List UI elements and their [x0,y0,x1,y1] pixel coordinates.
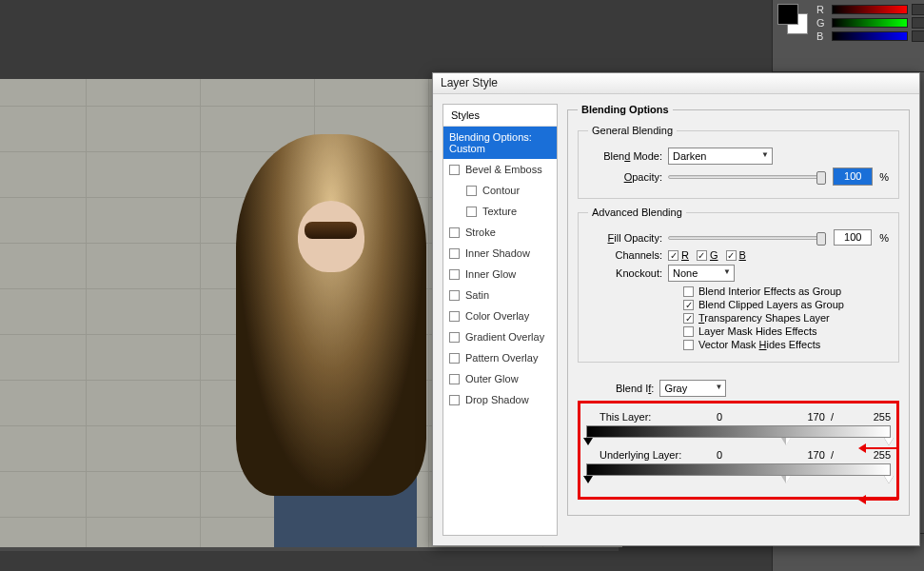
this-layer-low: 0 [691,411,748,423]
style-item-label: Bevel & Emboss [465,164,542,175]
style-checkbox[interactable] [466,207,477,217]
opacity-input[interactable]: 100 [834,168,872,185]
transparency-shapes-checkbox[interactable] [683,313,694,324]
style-checkbox[interactable] [449,374,460,384]
style-item-label: Color Overlay [465,310,529,322]
general-blending-legend: General Blending [588,125,677,136]
styles-list: Styles Blending Options: CustomBevel & E… [442,104,558,536]
advanced-blending-group: Advanced Blending Fill Opacity: 100 % Ch… [578,207,899,363]
this-layer-high: 170 [807,411,824,423]
value-g[interactable] [912,17,924,29]
blend-interior-label: Blend Interior Effects as Group [698,286,841,297]
style-item-label: Drop Shadow [465,394,529,405]
layer-mask-hides-label: Layer Mask Hides Effects [698,325,817,337]
underlying-gradient[interactable] [586,463,891,476]
value-r[interactable] [912,4,924,15]
underlying-white-stop-high[interactable] [884,476,894,483]
dialog-title: Layer Style [433,73,919,94]
style-item-inner-glow[interactable]: Inner Glow [443,264,557,285]
value-b[interactable] [912,30,924,42]
underlying-high: 170 [807,449,824,461]
blend-if-select[interactable]: Gray [659,380,726,397]
style-checkbox[interactable] [449,332,460,343]
style-item-drop-shadow[interactable]: Drop Shadow [443,389,557,410]
layer-mask-hides-checkbox[interactable] [683,326,694,337]
style-item-label: Outer Glow [465,373,519,384]
channel-g-label: G [816,17,828,29]
blend-interior-checkbox[interactable] [683,286,694,297]
style-item-label: Texture [482,206,517,217]
style-checkbox[interactable] [449,269,460,280]
style-checkbox[interactable] [449,227,460,238]
slider-g[interactable] [832,18,908,28]
underlying-label: Underlying Layer: [586,449,691,461]
knockout-select[interactable]: None [668,265,735,282]
this-layer-max: 255 [853,411,891,423]
pct-label: % [879,171,889,183]
underlying-low: 0 [691,449,748,461]
style-item-stroke[interactable]: Stroke [443,222,557,243]
channel-r-label: R [816,4,828,15]
color-sliders: R G B [816,4,924,44]
this-layer-white-stop-high[interactable] [884,438,894,445]
style-checkbox[interactable] [449,353,460,364]
opacity-label: Opacity: [588,171,662,183]
style-checkbox[interactable] [449,311,460,322]
underlying-black-stop[interactable] [583,476,593,483]
knockout-label: Knockout: [588,267,662,279]
slider-r[interactable] [832,5,908,14]
this-layer-white-stop-low[interactable] [781,438,791,445]
style-item-label: Gradient Overlay [465,331,544,343]
style-item-label: Inner Shadow [465,247,530,259]
blend-clipped-checkbox[interactable] [683,300,694,310]
vector-mask-hides-checkbox[interactable] [683,340,694,350]
blending-options-group: Blending Options General Blending Blend … [567,104,910,516]
foreground-background-swatch[interactable] [777,4,812,38]
blend-if-highlight-annotation: This Layer: 0 170 / 255 [578,401,899,500]
transparency-shapes-label: Transparency Shapes Layer [698,312,830,324]
style-item-label: Satin [465,289,489,301]
channel-g-checkbox[interactable] [697,250,707,261]
style-item-satin[interactable]: Satin [443,285,557,305]
opacity-slider[interactable] [668,175,822,179]
style-item-contour[interactable]: Contour [443,180,557,201]
general-blending-group: General Blending Blend Mode: Darken Opac… [578,125,899,199]
underlying-white-stop-low[interactable] [781,476,791,483]
style-item-label: Inner Glow [465,268,516,280]
style-checkbox[interactable] [449,395,460,405]
style-item-label: Contour [482,185,520,196]
this-layer-gradient[interactable] [586,425,891,438]
this-layer-black-stop[interactable] [583,438,593,445]
channel-b-checkbox[interactable] [726,250,737,261]
style-item-texture[interactable]: Texture [443,201,557,222]
style-item-color-overlay[interactable]: Color Overlay [443,305,557,326]
layer-style-dialog: Layer Style Styles Blending Options: Cus… [432,72,920,546]
annotation-arrow-2 [864,499,898,501]
fill-opacity-input[interactable]: 100 [834,229,872,246]
style-checkbox[interactable] [449,248,460,259]
channel-b-label: B [816,30,828,42]
channel-r-checkbox[interactable] [668,250,678,261]
style-checkbox[interactable] [449,290,460,301]
style-item-outer-glow[interactable]: Outer Glow [443,368,557,389]
blend-clipped-label: Blend Clipped Layers as Group [698,299,844,310]
blend-mode-label: Blend Mode: [588,150,662,162]
slider-b[interactable] [832,31,908,41]
blend-mode-select[interactable]: Darken [668,148,773,165]
style-item-blending-options-custom[interactable]: Blending Options: Custom [443,127,557,159]
style-item-inner-shadow[interactable]: Inner Shadow [443,243,557,264]
fill-opacity-label: Fill Opacity: [588,232,662,244]
style-checkbox[interactable] [466,186,477,196]
annotation-arrow-1 [864,447,898,449]
style-item-pattern-overlay[interactable]: Pattern Overlay [443,347,557,368]
style-item-bevel-emboss[interactable]: Bevel & Emboss [443,159,557,180]
style-item-label: Pattern Overlay [465,352,538,364]
vector-mask-hides-label: Vector Mask Hides Effects [698,339,820,350]
style-item-gradient-overlay[interactable]: Gradient Overlay [443,326,557,347]
style-checkbox[interactable] [449,165,460,175]
style-item-label: Blending Options: Custom [449,131,551,154]
styles-header[interactable]: Styles [443,105,557,127]
blending-options-legend: Blending Options [578,104,673,115]
channels-label: Channels: [588,249,662,261]
fill-opacity-slider[interactable] [668,236,822,240]
